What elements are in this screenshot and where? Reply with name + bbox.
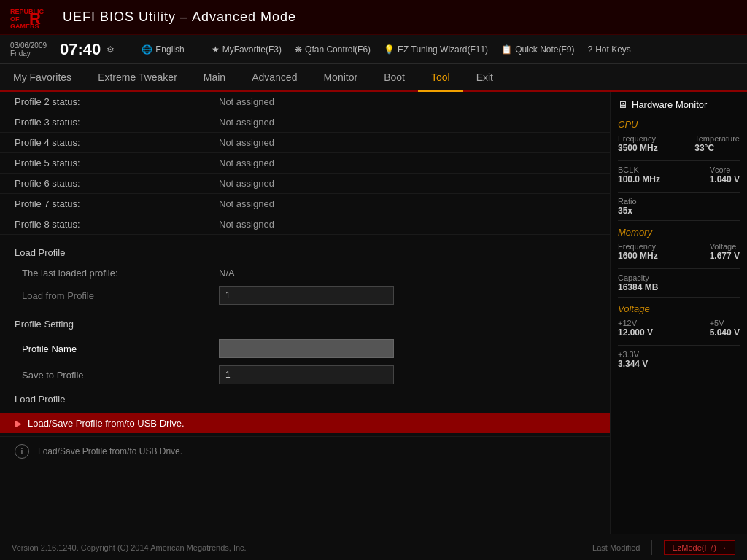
ez-mode-button[interactable]: EzMode(F7) → bbox=[664, 540, 735, 555]
language-label: English bbox=[155, 44, 184, 55]
nav-bar: My Favorites Extreme Tweaker Main Advanc… bbox=[0, 64, 747, 92]
logo: REPUBLIC OF GAMERS R bbox=[9, 4, 51, 31]
bclk-value: 100.0 MHz bbox=[618, 174, 660, 184]
cpu-bclk-vcore-row: BCLK 100.0 MHz Vcore 1.040 V bbox=[618, 166, 740, 187]
v12-value: 12.000 V bbox=[618, 327, 653, 338]
svg-text:R: R bbox=[29, 9, 41, 28]
cpu-frequency: Frequency 3500 MHz bbox=[618, 134, 658, 153]
cpu-divider bbox=[618, 160, 740, 161]
table-row: Profile 4 status: Not assigned bbox=[0, 133, 610, 153]
v33: +3.3V 3.344 V bbox=[618, 350, 740, 369]
bclk-label: BCLK bbox=[618, 166, 660, 174]
section-divider1 bbox=[618, 220, 740, 221]
my-favorite-label: MyFavorite(F3) bbox=[222, 44, 282, 55]
last-loaded-label: The last loaded profile: bbox=[22, 268, 219, 279]
cpu-section-title: CPU bbox=[618, 119, 740, 130]
globe-icon: 🌐 bbox=[142, 44, 152, 55]
load-profile2-label: Load Profile bbox=[15, 394, 65, 405]
table-row: Profile 2 status: Not assigned bbox=[0, 92, 610, 112]
quick-note-button[interactable]: 📋 Quick Note(F9) bbox=[501, 44, 574, 55]
nav-boot[interactable]: Boot bbox=[371, 63, 418, 91]
note-icon: 📋 bbox=[501, 44, 512, 55]
profile7-label: Profile 7 status: bbox=[15, 198, 219, 209]
v12: +12V 12.000 V bbox=[618, 319, 653, 338]
cpu-freq-label: Frequency bbox=[618, 134, 658, 143]
info-icon: i bbox=[15, 444, 29, 459]
star-icon: ★ bbox=[212, 44, 220, 55]
profile-name-label: Profile Name bbox=[22, 343, 219, 354]
language-selector[interactable]: 🌐 English bbox=[142, 44, 184, 55]
cpu-vcore: Vcore 1.040 V bbox=[710, 166, 740, 184]
load-from-input[interactable] bbox=[219, 286, 394, 305]
nav-monitor[interactable]: Monitor bbox=[310, 63, 371, 91]
mem-freq-value: 1600 MHz bbox=[618, 251, 658, 261]
nav-main[interactable]: Main bbox=[190, 63, 239, 91]
content-area: Profile 2 status: Not assigned Profile 3… bbox=[0, 92, 747, 534]
divider bbox=[15, 238, 595, 238]
nav-exit[interactable]: Exit bbox=[463, 63, 506, 91]
svg-text:OF: OF bbox=[10, 15, 20, 23]
table-row: Profile 3 status: Not assigned bbox=[0, 112, 610, 133]
info-text: Load/Save Profile from/to USB Drive. bbox=[38, 446, 182, 456]
ez-tuning-button[interactable]: 💡 EZ Tuning Wizard(F11) bbox=[384, 44, 488, 55]
mem-divider bbox=[618, 268, 740, 269]
qfan-button[interactable]: ❋ Qfan Control(F6) bbox=[295, 44, 371, 55]
load-profile-header: Load Profile bbox=[0, 241, 610, 264]
v5-value: 5.040 V bbox=[710, 327, 740, 338]
date: 03/06/2009 bbox=[10, 42, 47, 50]
nav-advanced[interactable]: Advanced bbox=[239, 63, 310, 91]
load-save-usb-row[interactable]: ▶ Load/Save Profile from/to USB Drive. bbox=[0, 413, 610, 433]
divider2 bbox=[198, 42, 198, 57]
toolbar: 03/06/2009 Friday 07:40 ⚙ 🌐 English ★ My… bbox=[0, 35, 747, 64]
profile-name-input[interactable] bbox=[219, 339, 394, 358]
save-to-input[interactable] bbox=[219, 365, 394, 384]
profile2-label: Profile 2 status: bbox=[15, 96, 219, 107]
profile4-label: Profile 4 status: bbox=[15, 137, 219, 148]
cpu-temp-value: 33°C bbox=[694, 143, 740, 153]
v12-label: +12V bbox=[618, 319, 653, 327]
divider1 bbox=[128, 42, 128, 57]
nav-my-favorites[interactable]: My Favorites bbox=[0, 63, 85, 91]
mem-freq-label: Frequency bbox=[618, 242, 658, 251]
ez-mode-label: EzMode(F7) bbox=[672, 543, 716, 552]
profile5-value: Not assigned bbox=[219, 158, 274, 168]
qfan-label: Qfan Control(F6) bbox=[305, 44, 371, 55]
profile6-label: Profile 6 status: bbox=[15, 178, 219, 189]
time: 07:40 bbox=[60, 40, 101, 59]
quick-note-label: Quick Note(F9) bbox=[515, 44, 574, 55]
mem-frequency: Frequency 1600 MHz bbox=[618, 242, 658, 261]
cpu-divider2 bbox=[618, 192, 740, 192]
settings-icon[interactable]: ⚙ bbox=[107, 44, 115, 55]
capacity-label: Capacity bbox=[618, 273, 740, 282]
time-display: 07:40 ⚙ bbox=[60, 40, 115, 59]
load-from-row: Load from Profile bbox=[0, 282, 610, 308]
profile8-label: Profile 8 status: bbox=[15, 219, 219, 230]
load-from-label: Load from Profile bbox=[22, 290, 219, 301]
load-profile-label: Load Profile bbox=[15, 247, 65, 258]
my-favorite-button[interactable]: ★ MyFavorite(F3) bbox=[212, 44, 282, 55]
table-row: Profile 5 status: Not assigned bbox=[0, 153, 610, 174]
volt-divider bbox=[618, 345, 740, 346]
section-divider2 bbox=[618, 297, 740, 298]
nav-extreme-tweaker[interactable]: Extreme Tweaker bbox=[85, 63, 190, 91]
capacity-value: 16384 MB bbox=[618, 282, 740, 292]
ez-tuning-label: EZ Tuning Wizard(F11) bbox=[398, 44, 488, 55]
last-loaded-row: The last loaded profile: N/A bbox=[0, 264, 610, 282]
table-row: Profile 6 status: Not assigned bbox=[0, 174, 610, 194]
footer-right: Last Modified EzMode(F7) → bbox=[592, 540, 735, 555]
vcore-value: 1.040 V bbox=[710, 174, 740, 184]
hw-monitor-title: 🖥 Hardware Monitor bbox=[618, 99, 740, 110]
hot-keys-button[interactable]: ? Hot Keys bbox=[587, 44, 630, 55]
cpu-ratio: Ratio 35x bbox=[618, 197, 740, 216]
nav-tool[interactable]: Tool bbox=[418, 64, 463, 92]
footer-divider bbox=[651, 540, 652, 555]
header-title: UEFI BIOS Utility – Advanced Mode bbox=[63, 9, 296, 25]
arrow-icon: ▶ bbox=[15, 418, 22, 429]
profile4-value: Not assigned bbox=[219, 137, 274, 148]
mem-volt-value: 1.677 V bbox=[710, 251, 740, 261]
arrow-right-icon: → bbox=[719, 543, 727, 552]
profile-setting-header: Profile Setting bbox=[0, 313, 610, 335]
header: REPUBLIC OF GAMERS R UEFI BIOS Utility –… bbox=[0, 0, 747, 35]
load-profile2-header: Load Profile bbox=[0, 388, 610, 411]
footer: Version 2.16.1240. Copyright (C) 2014 Am… bbox=[0, 534, 747, 560]
